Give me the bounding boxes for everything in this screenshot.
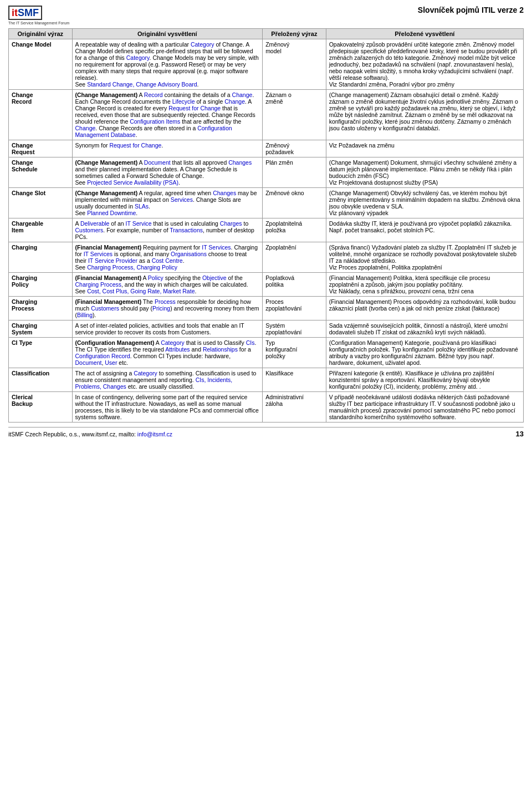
page-footer: itSMF Czech Republic, o.s., www.itsmf.cz… xyxy=(8,427,524,438)
table-row: ClassificationThe act of assigning a Cat… xyxy=(9,368,524,392)
trans-term: Klasifikace xyxy=(263,368,326,392)
orig-term: Change Record xyxy=(9,90,73,140)
orig-term: Clerical Backup xyxy=(9,392,73,423)
orig-term: Change Request xyxy=(9,140,73,157)
logo-subtitle: The IT Service Management Forum xyxy=(8,21,75,25)
table-row: Charging Policy(Financial Management) A … xyxy=(9,273,524,297)
page-title: Slovníček pojmů ITIL verze 2 xyxy=(418,6,524,14)
orig-explanation: A Deliverable of an IT Service that is u… xyxy=(72,218,263,242)
trans-explanation: Viz Požadavek na změnu xyxy=(326,140,523,157)
trans-explanation: (Change Management) Obvyklý schválený ča… xyxy=(326,188,523,218)
trans-term: Administrativní záloha xyxy=(263,392,326,423)
trans-explanation: V případě neočekávané události dodávka n… xyxy=(326,392,523,423)
trans-explanation: (Change management) Záznam obsahující de… xyxy=(326,90,523,140)
orig-term: CI Type xyxy=(9,338,73,368)
orig-explanation: (Financial Management) A Policy specifyi… xyxy=(72,273,263,297)
orig-explanation: (Change Management) A Record containing … xyxy=(72,90,263,140)
orig-term: Chargeable Item xyxy=(9,218,73,242)
orig-term: Change Slot xyxy=(9,188,73,218)
trans-term: Plán změn xyxy=(263,157,326,188)
orig-term: Classification xyxy=(9,368,73,392)
logo-smf: SMF xyxy=(18,7,39,18)
trans-explanation: (Change Management) Dokument, shrnující … xyxy=(326,157,523,188)
trans-explanation: (Financial Management) Proces odpovědný … xyxy=(326,297,523,320)
table-row: Change Record(Change Management) A Recor… xyxy=(9,90,524,140)
col-header-orig-exp: Originální vysvětlení xyxy=(72,29,263,39)
table-row: Charging SystemA set of inter-related po… xyxy=(9,320,524,338)
orig-explanation: In case of contingency, delivering some … xyxy=(72,392,263,423)
table-row: Change ModelA repeatable way of dealing … xyxy=(9,39,524,90)
orig-explanation: A set of inter-related policies, activit… xyxy=(72,320,263,338)
footer-text: itSMF Czech Republic, o.s., www.itsmf.cz… xyxy=(8,431,172,437)
orig-explanation: (Financial Management) The Process respo… xyxy=(72,297,263,320)
trans-term: Záznam o změně xyxy=(263,90,326,140)
trans-term: Zpoplatnitelná položka xyxy=(263,218,326,242)
glossary-table: Originální výraz Originální vysvětlení P… xyxy=(8,28,524,423)
trans-term: Zpoplatnění xyxy=(263,242,326,273)
table-row: Chargeable ItemA Deliverable of an IT Se… xyxy=(9,218,524,242)
orig-explanation: (Change Management) A regular, agreed ti… xyxy=(72,188,263,218)
trans-term: Poplatková politika xyxy=(263,273,326,297)
orig-explanation: (Change Management) A Document that list… xyxy=(72,157,263,188)
trans-term: Změnový model xyxy=(263,39,326,90)
orig-term: Charging xyxy=(9,242,73,273)
col-header-trans-term: Přeložený výraz xyxy=(263,29,326,39)
table-row: Charging(Financial Management) Requiring… xyxy=(9,242,524,273)
orig-explanation: The act of assigning a Category to somet… xyxy=(72,368,263,392)
orig-term: Charging Policy xyxy=(9,273,73,297)
page-header: itSMF The IT Service Management Forum Sl… xyxy=(8,6,524,25)
table-row: Charging Process(Financial Management) T… xyxy=(9,297,524,320)
trans-explanation: Přiřazení kategorie (k entitě). Klasifik… xyxy=(326,368,523,392)
table-row: Change RequestSynonym for Request for Ch… xyxy=(9,140,524,157)
trans-term: Změnové okno xyxy=(263,188,326,218)
col-header-trans-exp: Přeložené vysvětlení xyxy=(326,29,523,39)
table-row: CI Type(Configuration Management) A Cate… xyxy=(9,338,524,368)
trans-explanation: (Financial Management) Politika, která s… xyxy=(326,273,523,297)
orig-term: Change Model xyxy=(9,39,73,90)
table-row: Clerical BackupIn case of contingency, d… xyxy=(9,392,524,423)
footer-email-link[interactable]: info@itsmf.cz xyxy=(137,431,172,437)
orig-term: Charging Process xyxy=(9,297,73,320)
trans-term: Změnový požadavek xyxy=(263,140,326,157)
orig-explanation: (Financial Management) Requiring payment… xyxy=(72,242,263,273)
col-header-orig-term: Originální výraz xyxy=(9,29,73,39)
logo-it: it xyxy=(12,7,18,18)
table-header-row: Originální výraz Originální vysvětlení P… xyxy=(9,29,524,39)
trans-term: Systém zpoplatňování xyxy=(263,320,326,338)
trans-explanation: (Configuration Management) Kategorie, po… xyxy=(326,338,523,368)
trans-explanation: Opakovatelný způsob provádění určité kat… xyxy=(326,39,523,90)
table-row: Change Schedule(Change Management) A Doc… xyxy=(9,157,524,188)
trans-explanation: Dodávka služby IT, která je používaná pr… xyxy=(326,218,523,242)
page-number: 13 xyxy=(516,430,524,438)
orig-explanation: (Configuration Management) A Category th… xyxy=(72,338,263,368)
logo: itSMF The IT Service Management Forum xyxy=(8,6,75,25)
logo-box: itSMF xyxy=(8,6,42,20)
orig-explanation: Synonym for Request for Change. xyxy=(72,140,263,157)
trans-term: Typ konfigurační položky xyxy=(263,338,326,368)
orig-term: Change Schedule xyxy=(9,157,73,188)
trans-term: Proces zpoplatňování xyxy=(263,297,326,320)
orig-explanation: A repeatable way of dealing with a parti… xyxy=(72,39,263,90)
trans-explanation: (Správa financí) Vyžadování plateb za sl… xyxy=(326,242,523,273)
table-row: Change Slot(Change Management) A regular… xyxy=(9,188,524,218)
footer-label: itSMF Czech Republic, o.s., www.itsmf.cz… xyxy=(8,431,137,437)
trans-explanation: Sada vzájemně souvisejících politik, čin… xyxy=(326,320,523,338)
orig-term: Charging System xyxy=(9,320,73,338)
